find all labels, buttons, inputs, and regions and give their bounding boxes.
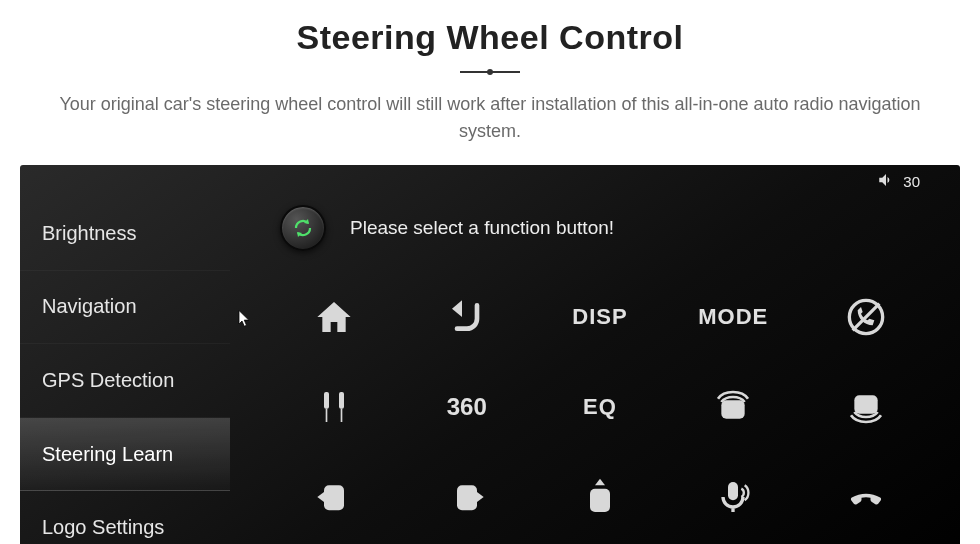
fn-eq-button[interactable]: EQ [546, 369, 653, 445]
svg-line-1 [853, 304, 880, 331]
fn-car-right-button[interactable] [413, 459, 520, 535]
main-top-row: Please select a function button! [280, 205, 930, 251]
fn-voice-button[interactable] [680, 459, 787, 535]
sidebar-item-label: Brightness [42, 222, 137, 245]
fn-mute-call-button[interactable] [813, 279, 920, 355]
fn-aux-button[interactable] [280, 369, 387, 445]
sidebar-item-label: Navigation [42, 295, 137, 318]
car-radar-rear-icon [846, 387, 886, 427]
eq-label: EQ [583, 394, 617, 420]
page-title: Steering Wheel Control [0, 18, 980, 57]
status-bar: 30 [20, 165, 960, 197]
phone-hangup-icon [846, 477, 886, 517]
svg-rect-2 [324, 392, 329, 409]
fn-car-left-button[interactable] [280, 459, 387, 535]
page-header: Steering Wheel Control Your original car… [0, 0, 980, 165]
home-icon [314, 297, 354, 337]
sidebar: Brightness Navigation GPS Detection Stee… [20, 197, 230, 544]
sidebar-item-label: Steering Learn [42, 443, 173, 466]
fn-car-up-button[interactable] [546, 459, 653, 535]
fn-home-button[interactable] [280, 279, 387, 355]
volume-value: 30 [903, 173, 920, 190]
sync-icon [291, 216, 315, 240]
fn-hangup-button[interactable] [813, 459, 920, 535]
voice-icon [713, 477, 753, 517]
fn-disp-button[interactable]: DISP [546, 279, 653, 355]
fn-radar-rear-button[interactable] [813, 369, 920, 445]
fn-back-button[interactable] [413, 279, 520, 355]
sidebar-item-navigation[interactable]: Navigation [20, 271, 230, 345]
disp-label: DISP [572, 304, 627, 330]
title-divider [460, 71, 520, 73]
svg-rect-3 [339, 392, 344, 409]
svg-rect-5 [340, 409, 342, 422]
aux-icon [314, 387, 354, 427]
phone-mute-icon [846, 297, 886, 337]
mode-label: MODE [698, 304, 768, 330]
function-grid: DISP MODE 360 EQ [280, 279, 930, 535]
fn-radar-front-button[interactable] [680, 369, 787, 445]
device-body: Brightness Navigation GPS Detection Stee… [20, 197, 960, 544]
sidebar-item-steering-learn[interactable]: Steering Learn [20, 418, 230, 492]
sync-button[interactable] [280, 205, 326, 251]
sidebar-item-label: GPS Detection [42, 369, 174, 392]
car-radar-front-icon [713, 387, 753, 427]
fn-360-button[interactable]: 360 [413, 369, 520, 445]
device-screen: 30 Brightness Navigation GPS Detection S… [20, 165, 960, 544]
volume-icon [877, 171, 895, 192]
page-subtitle: Your original car's steering wheel contr… [0, 91, 980, 165]
back-icon [447, 297, 487, 337]
sidebar-item-gps-detection[interactable]: GPS Detection [20, 344, 230, 418]
sidebar-item-brightness[interactable]: Brightness [20, 197, 230, 271]
sidebar-item-label: Logo Settings [42, 516, 164, 539]
three-sixty-label: 360 [447, 393, 487, 421]
car-left-icon [314, 477, 354, 517]
svg-rect-4 [325, 409, 327, 422]
fn-mode-button[interactable]: MODE [680, 279, 787, 355]
svg-rect-6 [728, 482, 738, 500]
prompt-text: Please select a function button! [350, 217, 614, 239]
sidebar-item-logo-settings[interactable]: Logo Settings [20, 491, 230, 544]
main-panel: Please select a function button! DISP MO… [230, 197, 960, 544]
cursor-icon [236, 307, 254, 329]
car-right-icon [447, 477, 487, 517]
car-up-icon [580, 477, 620, 517]
